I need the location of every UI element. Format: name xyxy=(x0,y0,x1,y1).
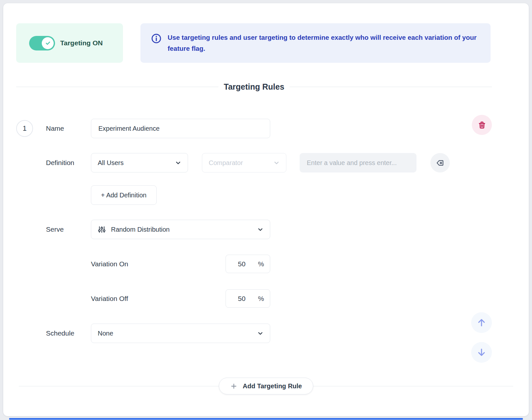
targeting-page: Targeting ON Use targeting rules and use… xyxy=(0,0,532,420)
sliders-icon xyxy=(98,226,106,234)
variation-on-input[interactable] xyxy=(232,260,252,268)
add-targeting-rule-button[interactable]: Add Targeting Rule xyxy=(219,378,313,394)
move-rule-down-button[interactable] xyxy=(471,342,492,363)
definition-property-value: All Users xyxy=(98,159,124,167)
add-definition-button[interactable]: + Add Definition xyxy=(91,185,157,205)
rule-definition-row: Definition All Users Comparator xyxy=(16,153,516,172)
trash-icon xyxy=(477,120,487,130)
divider-line-left xyxy=(16,87,218,87)
definition-value-input[interactable] xyxy=(300,153,416,172)
targeting-toggle[interactable] xyxy=(29,36,55,50)
move-rule-up-button[interactable] xyxy=(471,312,492,333)
clear-value-button[interactable] xyxy=(430,153,450,172)
definition-label: Definition xyxy=(46,159,91,167)
name-label: Name xyxy=(46,125,91,132)
bottom-scroll-indicator[interactable] xyxy=(9,418,523,420)
serve-label: Serve xyxy=(46,226,91,233)
rule-name-row: 1 Name xyxy=(16,119,516,138)
section-title: Targeting Rules xyxy=(224,82,284,92)
variation-off-field: % xyxy=(226,289,270,308)
section-title-row: Targeting Rules xyxy=(16,82,492,92)
variation-off-row: Variation Off % xyxy=(16,289,516,308)
definition-property-select[interactable]: All Users xyxy=(91,153,188,172)
targeting-toggle-label: Targeting ON xyxy=(60,39,103,47)
chevron-down-icon xyxy=(257,227,263,233)
schedule-select[interactable]: None xyxy=(91,324,270,343)
arrow-up-icon xyxy=(476,317,487,328)
variation-on-field: % xyxy=(226,255,270,273)
arrow-down-icon xyxy=(476,347,487,358)
chevron-down-icon xyxy=(257,330,263,337)
info-banner: Use targeting rules and user targeting t… xyxy=(140,23,491,63)
toggle-knob xyxy=(42,37,54,49)
serve-value: Random Distribution xyxy=(111,226,170,233)
delete-rule-button[interactable] xyxy=(472,115,492,135)
percent-sign: % xyxy=(258,295,264,303)
variation-off-input[interactable] xyxy=(232,295,252,303)
add-definition-row: + Add Definition xyxy=(16,185,516,205)
header-row: Targeting ON Use targeting rules and use… xyxy=(16,23,516,63)
plus-icon xyxy=(230,382,238,390)
schedule-value: None xyxy=(98,330,113,337)
targeting-toggle-card: Targeting ON xyxy=(16,23,123,63)
variation-on-label: Variation On xyxy=(91,260,226,268)
check-icon xyxy=(44,39,51,47)
info-circle-icon xyxy=(151,33,162,44)
add-targeting-rule-label: Add Targeting Rule xyxy=(243,382,302,390)
variation-off-label: Variation Off xyxy=(91,295,226,303)
definition-comparator-select[interactable]: Comparator xyxy=(202,153,286,172)
rule-serve-row: Serve Random Distribution xyxy=(16,220,516,239)
serve-select[interactable]: Random Distribution xyxy=(91,220,270,239)
chevron-down-icon xyxy=(175,160,181,166)
rule-name-input[interactable] xyxy=(91,119,270,138)
schedule-label: Schedule xyxy=(46,329,91,337)
backspace-icon xyxy=(436,159,445,167)
variation-on-row: Variation On % xyxy=(16,255,516,273)
percent-sign: % xyxy=(258,260,264,268)
footer-row: Add Targeting Rule xyxy=(16,378,516,394)
divider-line-right xyxy=(290,87,492,87)
comparator-placeholder: Comparator xyxy=(209,159,243,167)
rule-schedule-row: Schedule None xyxy=(16,324,516,343)
chevron-down-icon xyxy=(273,160,280,166)
targeting-card: Targeting ON Use targeting rules and use… xyxy=(3,3,529,416)
rule-number-badge: 1 xyxy=(16,120,33,137)
info-banner-text: Use targeting rules and user targeting t… xyxy=(168,32,480,54)
